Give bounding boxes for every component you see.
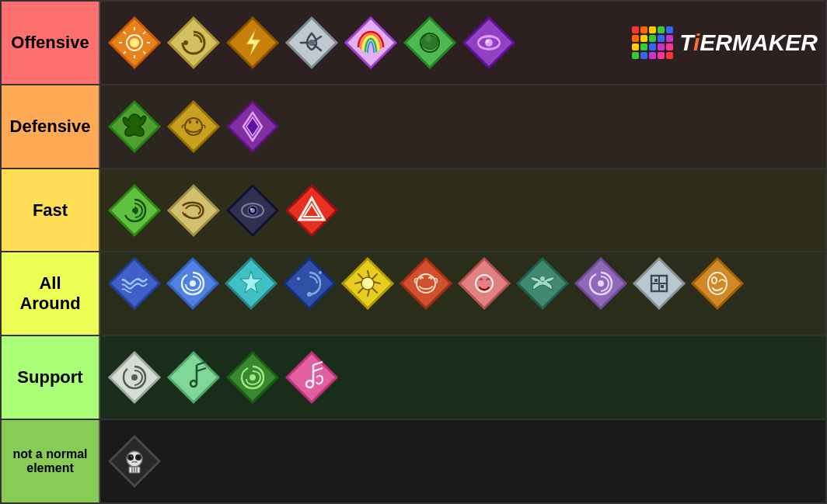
svg-marker-37 xyxy=(287,186,337,235)
svg-marker-31 xyxy=(169,186,218,235)
tier-content-fast xyxy=(100,169,825,252)
tier-content-offensive: TiERMAKER xyxy=(100,2,825,84)
tier-row-offensive: Offensive xyxy=(2,2,825,85)
tier-label-allaround: All Around xyxy=(2,252,100,335)
svg-point-57 xyxy=(598,280,604,287)
gem-sun[interactable] xyxy=(106,15,162,71)
tier-content-allaround xyxy=(100,252,825,335)
svg-point-68 xyxy=(131,374,138,381)
svg-point-86 xyxy=(137,456,140,459)
tier-label-support: Support xyxy=(2,336,100,419)
svg-marker-44 xyxy=(284,259,334,308)
svg-point-55 xyxy=(540,276,545,281)
gem-green-swirl2[interactable] xyxy=(225,349,281,405)
tier-row-notnormal: not a normal element xyxy=(2,420,825,502)
gem-yellow-sun[interactable] xyxy=(340,255,396,311)
gem-pink-note[interactable] xyxy=(284,349,340,405)
tier-content-notnormal xyxy=(100,420,825,502)
gem-lightning[interactable] xyxy=(225,15,281,71)
svg-point-73 xyxy=(249,374,256,381)
gem-mint-note[interactable] xyxy=(166,349,222,405)
tier-label-fast: Fast xyxy=(2,169,100,252)
gem-white-swirl[interactable] xyxy=(106,349,162,405)
tier-row-support: Support xyxy=(2,336,825,420)
svg-point-12 xyxy=(183,40,188,45)
gem-orange-face[interactable] xyxy=(689,255,745,311)
gem-green-swirl[interactable] xyxy=(106,182,162,238)
gem-rainbow[interactable] xyxy=(343,15,399,71)
svg-marker-11 xyxy=(169,18,218,68)
gem-purple-diamond[interactable] xyxy=(225,99,281,155)
gem-teal-bat[interactable] xyxy=(515,255,571,311)
svg-marker-50 xyxy=(401,259,451,308)
svg-rect-62 xyxy=(654,279,658,282)
svg-point-15 xyxy=(309,40,315,46)
svg-marker-74 xyxy=(287,353,337,402)
gem-wind-gold[interactable] xyxy=(166,15,222,71)
gem-silver-triskel[interactable] xyxy=(284,15,340,71)
gem-dark-eye[interactable] xyxy=(225,182,281,238)
gem-earth[interactable] xyxy=(402,15,458,71)
tier-row-defensive: Defensive xyxy=(2,85,825,169)
gem-blue-swirl[interactable] xyxy=(165,255,221,311)
gem-green-bull[interactable] xyxy=(106,99,162,155)
svg-point-21 xyxy=(485,39,493,47)
tier-row-allaround: All Around xyxy=(2,252,825,336)
tier-row-fast: Fast xyxy=(2,169,825,253)
gem-red-triangle[interactable] xyxy=(284,182,340,238)
gem-pink-face[interactable] xyxy=(456,255,512,311)
gem-space-swirl[interactable] xyxy=(281,255,337,311)
gem-silver-box[interactable] xyxy=(631,255,687,311)
logo-text: TiERMAKER xyxy=(679,30,818,56)
tier-label-offensive: Offensive xyxy=(2,2,100,84)
tier-content-support xyxy=(100,336,825,419)
logo-grid xyxy=(632,26,673,59)
svg-point-42 xyxy=(190,280,196,287)
svg-point-10 xyxy=(130,38,139,47)
svg-point-47 xyxy=(319,271,322,274)
gem-blue-wave[interactable] xyxy=(106,255,162,311)
svg-marker-16 xyxy=(346,18,396,68)
svg-marker-64 xyxy=(693,259,742,308)
gem-purple-swirl[interactable] xyxy=(573,255,629,311)
svg-point-45 xyxy=(307,292,312,297)
tier-table: Offensive xyxy=(0,0,827,504)
gem-red-face[interactable] xyxy=(398,255,454,311)
svg-marker-52 xyxy=(459,259,509,308)
svg-marker-40 xyxy=(110,259,159,308)
gem-teal-star[interactable] xyxy=(223,255,279,311)
svg-marker-69 xyxy=(169,353,218,402)
svg-point-22 xyxy=(486,40,489,43)
svg-marker-24 xyxy=(169,102,218,151)
tiermaker-logo: TiERMAKER xyxy=(632,26,818,59)
gem-gold-face[interactable] xyxy=(166,99,222,155)
svg-point-87 xyxy=(131,456,132,457)
svg-point-46 xyxy=(297,277,300,280)
svg-point-36 xyxy=(250,207,253,210)
svg-point-30 xyxy=(132,208,137,213)
tier-label-notnormal: not a normal element xyxy=(2,420,100,502)
tier-content-defensive xyxy=(100,85,825,168)
svg-rect-63 xyxy=(661,285,664,288)
gem-gold-wind2[interactable] xyxy=(166,182,222,238)
gem-skull[interactable] xyxy=(106,433,162,489)
tier-label-defensive: Defensive xyxy=(2,85,100,168)
gem-purple-eye[interactable] xyxy=(461,15,517,71)
